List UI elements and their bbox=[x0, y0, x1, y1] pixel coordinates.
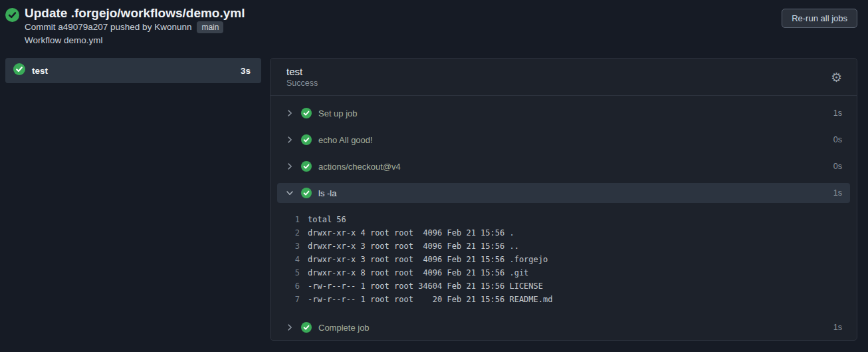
step-row[interactable]: Set up job 1s bbox=[277, 100, 850, 126]
workflow-line: Workflow demo.yml bbox=[25, 34, 103, 47]
step-name: Set up job bbox=[318, 108, 827, 118]
log-line: 4 drwxr-xr-x 3 root root 4096 Feb 21 15:… bbox=[277, 253, 850, 266]
log-line-number[interactable]: 1 bbox=[277, 215, 300, 224]
step-duration: 0s bbox=[833, 135, 842, 144]
job-detail-panel: test Success ⚙ Set up job 1s echo All go… bbox=[270, 58, 857, 341]
log-line-text: drwxr-xr-x 3 root root 4096 Feb 21 15:56… bbox=[308, 255, 548, 264]
commit-line: Commit a49079a207 pushed by Kwonunn bbox=[25, 21, 191, 34]
chevron-down-icon bbox=[285, 188, 294, 198]
log-line: 5 drwxr-xr-x 8 root root 4096 Feb 21 15:… bbox=[277, 266, 850, 279]
log-line-number[interactable]: 6 bbox=[277, 281, 300, 291]
log-line-text: drwxr-xr-x 4 root root 4096 Feb 21 15:56… bbox=[308, 228, 514, 238]
step-row[interactable]: echo All good! 0s bbox=[277, 126, 850, 153]
log-line: 3 drwxr-xr-x 3 root root 4096 Feb 21 15:… bbox=[277, 240, 850, 253]
log-line-text: drwxr-xr-x 3 root root 4096 Feb 21 15:56… bbox=[308, 242, 519, 251]
step-name: actions/checkout@v4 bbox=[318, 162, 827, 172]
step-logs: 1 total 56 2 drwxr-xr-x 4 root root 4096… bbox=[277, 206, 850, 314]
log-line-text: -rw-r--r-- 1 root root 20 Feb 21 15:56 R… bbox=[308, 295, 552, 304]
step-row[interactable]: ls -la 1s bbox=[277, 183, 850, 203]
run-title: Update .forgejo/workflows/demo.yml bbox=[25, 6, 245, 21]
job-detail-header: test Success ⚙ bbox=[271, 59, 857, 96]
gear-icon[interactable]: ⚙ bbox=[831, 71, 842, 84]
steps-list: Set up job 1s echo All good! 0s actions/… bbox=[271, 96, 857, 341]
rerun-all-jobs-button[interactable]: Re-run all jobs bbox=[782, 9, 857, 28]
step-success-icon bbox=[301, 322, 312, 333]
job-name: test bbox=[32, 66, 234, 76]
step-name: Complete job bbox=[318, 323, 827, 333]
chevron-right-icon bbox=[285, 135, 294, 144]
log-line: 6 -rw-r--r-- 1 root root 34604 Feb 21 15… bbox=[277, 279, 850, 293]
branch-badge[interactable]: main bbox=[197, 21, 223, 33]
log-line-number[interactable]: 4 bbox=[277, 255, 300, 264]
chevron-right-icon bbox=[285, 323, 294, 332]
log-line-text: total 56 bbox=[308, 215, 346, 224]
log-line: 1 total 56 bbox=[277, 213, 850, 226]
step-success-icon bbox=[301, 188, 312, 198]
step-row[interactable]: actions/checkout@v4 0s bbox=[277, 153, 850, 180]
step-name: ls -la bbox=[318, 188, 827, 198]
chevron-right-icon bbox=[285, 162, 294, 171]
log-line-text: drwxr-xr-x 8 root root 4096 Feb 21 15:56… bbox=[308, 268, 528, 277]
run-success-icon bbox=[5, 8, 19, 47]
log-line-number[interactable]: 5 bbox=[277, 268, 300, 277]
step-row[interactable]: Complete job 1s bbox=[277, 314, 850, 341]
job-duration: 3s bbox=[241, 66, 251, 76]
jobs-sidebar: test 3s bbox=[5, 58, 261, 83]
job-success-icon bbox=[13, 63, 25, 78]
step-duration: 1s bbox=[833, 323, 842, 332]
step-name: echo All good! bbox=[318, 135, 827, 145]
step-duration: 0s bbox=[833, 162, 842, 171]
step-success-icon bbox=[301, 134, 312, 145]
sidebar-job-test[interactable]: test 3s bbox=[5, 58, 261, 83]
log-line: 7 -rw-r--r-- 1 root root 20 Feb 21 15:56… bbox=[277, 293, 850, 306]
log-line: 2 drwxr-xr-x 4 root root 4096 Feb 21 15:… bbox=[277, 226, 850, 240]
chevron-right-icon bbox=[285, 108, 294, 118]
step-success-icon bbox=[301, 161, 312, 172]
log-line-number[interactable]: 3 bbox=[277, 242, 300, 251]
step-duration: 1s bbox=[833, 108, 842, 118]
panel-job-name: test bbox=[286, 65, 318, 78]
step-duration: 1s bbox=[833, 188, 842, 198]
log-line-text: -rw-r--r-- 1 root root 34604 Feb 21 15:5… bbox=[308, 281, 543, 291]
log-line-number[interactable]: 2 bbox=[277, 228, 300, 238]
log-line-number[interactable]: 7 bbox=[277, 295, 300, 304]
step-success-icon bbox=[301, 108, 312, 118]
run-content: test 3s test Success ⚙ Set up job 1s bbox=[0, 58, 868, 341]
panel-job-status: Success bbox=[286, 78, 318, 89]
run-header: Update .forgejo/workflows/demo.yml Commi… bbox=[0, 0, 868, 47]
